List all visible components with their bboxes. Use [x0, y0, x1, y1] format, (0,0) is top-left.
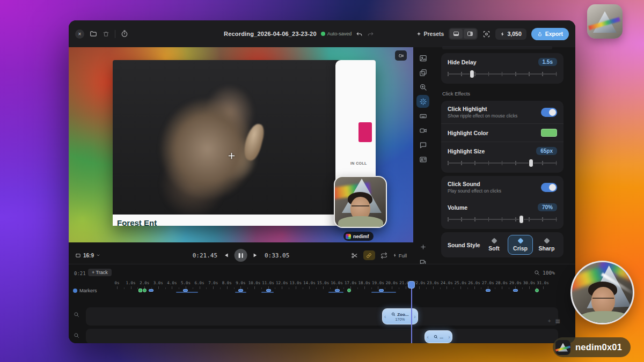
timeline-marker-blue[interactable] — [513, 289, 518, 292]
grid-icon[interactable]: ▦ — [555, 318, 560, 324]
ruler-tick-label: 16.0s — [331, 280, 343, 285]
hide-delay-slider[interactable] — [448, 70, 557, 78]
highlight-size-slider[interactable] — [448, 159, 557, 167]
recording-title: Recording_2026-04-06_23-23-20 — [224, 31, 317, 37]
zoom-clip[interactable]: Zoo...170% — [382, 308, 418, 324]
side-panel-toggle[interactable] — [464, 29, 477, 39]
track-options[interactable]: + ▦ — [548, 318, 560, 324]
volume-slider[interactable] — [448, 216, 557, 223]
highlight-color-swatch[interactable] — [541, 129, 557, 137]
profile-card-icon[interactable] — [416, 153, 429, 166]
sound-style-sharp[interactable]: Sharp — [534, 235, 559, 255]
playhead-line[interactable] — [411, 281, 412, 343]
presets-button[interactable]: Presets — [416, 31, 444, 37]
ruler-tick-label: 10.0s — [248, 280, 261, 285]
app-dock-icon[interactable] — [587, 4, 623, 39]
scissors-icon[interactable] — [351, 252, 358, 259]
video-preview-canvas[interactable]: IN COLL Forest Ent nedimf — [69, 47, 413, 242]
timeline-marker-green-dot[interactable] — [143, 289, 147, 292]
timeline-marker-blue[interactable] — [238, 289, 243, 292]
tool-rail — [413, 47, 433, 268]
aspect-ratio-selector[interactable]: 16:9 — [75, 253, 100, 258]
shapes-icon[interactable] — [416, 66, 429, 79]
click-effects-header: Click Effects — [442, 91, 564, 97]
highlight-size-slider-thumb[interactable] — [529, 159, 533, 167]
bottom-panel-toggle[interactable] — [450, 29, 463, 39]
pause-button[interactable] — [235, 249, 247, 262]
skip-forward-icon[interactable] — [253, 252, 259, 258]
ruler-tick-label: 9.0s — [236, 280, 245, 285]
ruler-tick-label: 6.0s — [195, 280, 204, 285]
diamond-icon — [517, 238, 523, 243]
timeline-marker-blue[interactable] — [335, 289, 340, 292]
ruler-tick-label: 28.0s — [496, 280, 508, 285]
skip-back-icon[interactable] — [223, 252, 229, 258]
marker-range-bar — [328, 292, 343, 293]
close-icon[interactable]: × — [75, 29, 84, 39]
highlight-size-value: 65px — [536, 147, 557, 155]
loop-playback-icon[interactable] — [380, 252, 387, 259]
timeline-position: 0:21 — [74, 271, 86, 276]
plus-icon[interactable]: + — [548, 318, 551, 324]
username-text: nedim0x01 — [575, 342, 622, 352]
playhead-handle[interactable] — [408, 281, 415, 289]
captions-icon[interactable] — [416, 138, 429, 151]
webcam-overlay[interactable] — [334, 176, 387, 228]
zoom-track-1[interactable] — [86, 307, 558, 326]
folder-icon[interactable] — [90, 30, 97, 38]
sound-style-soft[interactable]: Soft — [481, 235, 507, 255]
ruler-tick-label: 27.0s — [482, 280, 494, 285]
cursor-effects-icon[interactable] — [416, 95, 429, 108]
zoom-track-2[interactable] — [86, 329, 558, 343]
link-button[interactable] — [363, 250, 375, 260]
ruler-tick-label: 1.0s — [126, 280, 136, 285]
ruler-tick-label: 23.0s — [427, 280, 440, 285]
focus-scan-icon[interactable] — [482, 30, 491, 38]
credits-badge[interactable]: 3,050 — [495, 28, 526, 40]
divider — [115, 30, 115, 38]
keystrokes-icon[interactable] — [416, 109, 429, 122]
markers-dot-icon — [73, 289, 77, 293]
timeline-marker-blue[interactable] — [486, 289, 491, 292]
add-element-icon[interactable] — [416, 240, 429, 253]
click-sound-toggle[interactable] — [541, 183, 557, 192]
hide-delay-slider-thumb[interactable] — [470, 70, 474, 78]
add-track-button[interactable]: + Track — [88, 269, 112, 276]
ruler-tick-label: 11.0s — [262, 280, 274, 285]
background-media-icon[interactable] — [416, 51, 429, 64]
camera-icon[interactable] — [416, 124, 429, 137]
hide-delay-label: Hide Delay — [448, 59, 477, 65]
volume-value: 70% — [538, 203, 557, 211]
trash-icon[interactable] — [103, 31, 109, 38]
timer-icon[interactable] — [121, 30, 128, 38]
redo-icon[interactable] — [367, 31, 374, 38]
markers-toggle[interactable]: Markers — [73, 288, 97, 293]
click-sound-description: Play sound effect on clicks — [448, 188, 501, 194]
click-highlight-toggle[interactable] — [541, 108, 557, 117]
undo-icon[interactable] — [356, 31, 363, 38]
export-button[interactable]: Export — [531, 28, 569, 40]
timeline-marker-blue[interactable] — [379, 289, 384, 292]
timeline-marker-blue[interactable] — [149, 289, 153, 292]
recorded-collection-label: IN COLL — [350, 161, 367, 165]
click-highlight-label: Click Highlight — [448, 106, 517, 112]
chevron-down-icon — [96, 253, 100, 257]
sound-style-crisp[interactable]: Crisp — [508, 235, 533, 255]
timeline-marker-blue[interactable] — [266, 289, 271, 292]
recorded-page-heading: Forest Ent — [117, 218, 157, 226]
timeline-marker-green-square[interactable] — [138, 289, 142, 292]
track1-magnifier-icon — [74, 312, 79, 317]
highlight-size-label: Highlight Size — [448, 148, 485, 154]
timeline-marker-green-dot[interactable] — [347, 289, 351, 292]
timeline-zoom-control[interactable]: 100% — [534, 270, 555, 276]
zoom-clip[interactable]: ... — [425, 330, 452, 343]
zoom-tool-icon[interactable] — [416, 80, 429, 93]
timeline-marker-green-dot[interactable] — [535, 289, 539, 292]
volume-label: Volume — [448, 204, 467, 211]
timeline-marker-blue[interactable] — [183, 289, 188, 292]
click-sound-label: Click Sound — [448, 181, 501, 187]
playback-quality[interactable]: Full — [393, 253, 407, 258]
volume-slider-thumb[interactable] — [519, 215, 524, 224]
ruler-tick-label: 4.0s — [167, 280, 177, 285]
marker-range-bar — [176, 292, 198, 293]
